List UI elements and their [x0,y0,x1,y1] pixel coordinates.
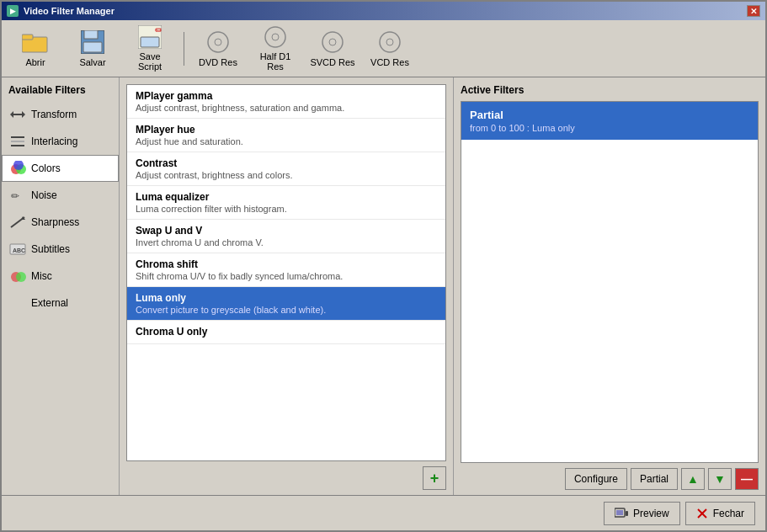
svcd-res-button[interactable]: SVCD Res [306,25,360,72]
active-item-partial[interactable]: Partial from 0 to 100 : Luma only [461,102,758,140]
main-content: Available Filters Transform [2,77,765,495]
save-script-icon: ✏ [136,25,163,49]
filter-name-swap-u-v: Swap U and V [136,225,437,237]
arrow-up-icon: ▲ [687,472,699,486]
configure-button[interactable]: Configure [565,468,627,490]
filter-item-luma-equalizer[interactable]: Luma equalizer Luma correction filter wi… [127,186,445,220]
svcd-res-label: SVCD Res [310,57,354,67]
filter-item-chroma-shift[interactable]: Chroma shift Shift chroma U/V to fix bad… [127,253,445,287]
right-bottom: Configure Partial ▲ ▼ — [454,463,765,495]
move-down-button[interactable]: ▼ [708,468,732,490]
title-bar-left: ▶ Video Filter Manager [7,5,115,17]
misc-label: Misc [31,270,52,282]
transform-icon [9,108,26,121]
filter-item-luma-only[interactable]: Luma only Convert picture to greyscale (… [127,287,445,321]
dvd-res-button[interactable]: DVD Res [191,25,245,72]
sidebar-item-subtitles[interactable]: ABC Subtitles [2,236,119,263]
vcd-res-button[interactable]: VCD Res [363,25,417,72]
center-bottom: + [120,461,453,495]
svg-point-8 [208,32,228,52]
filter-item-mplayer-hue[interactable]: MPlayer hue Adjust hue and saturation. [127,119,445,152]
noise-icon: ✏ [9,189,26,202]
sidebar-item-external[interactable]: External [2,290,119,317]
filter-name-mplayer-gamma: MPlayer gamma [136,90,437,102]
move-up-button[interactable]: ▲ [681,468,705,490]
active-filters-header: Active Filters [454,77,765,101]
svg-marker-17 [22,111,25,118]
svg-rect-6 [141,37,159,47]
save-script-label: Save Script [127,51,173,72]
sidebar-item-noise[interactable]: ✏ Noise [2,182,119,209]
half-d1-res-button[interactable]: Half D1 Res [248,25,302,72]
dvd-res-label: DVD Res [199,57,237,67]
svg-rect-34 [626,511,628,516]
fechar-icon [696,508,708,519]
svg-point-11 [272,34,279,40]
misc-icon [9,269,26,283]
filter-desc-swap-u-v: Invert chroma U and chroma V. [136,237,437,247]
preview-button[interactable]: Preview [604,502,680,525]
remove-filter-button[interactable]: — [735,468,759,490]
window-close-button[interactable]: ✕ [747,5,760,17]
filter-name-luma-only: Luma only [136,292,437,304]
filter-desc-luma-equalizer: Luma correction filter with histogram. [136,204,437,214]
external-icon [9,296,26,310]
bottom-bar: Preview Fechar [2,495,765,530]
vcd-res-label: VCD Res [370,57,409,67]
add-filter-button[interactable]: + [423,466,446,490]
subtitles-icon: ABC [9,242,26,256]
sidebar-item-interlacing[interactable]: Interlacing [2,128,119,155]
svg-rect-3 [84,30,98,39]
salvar-button[interactable]: Salvar [66,25,120,72]
colors-label: Colors [31,162,61,174]
svg-rect-1 [22,35,33,40]
filter-list[interactable]: MPlayer gamma Adjust contrast, brightnes… [126,84,446,461]
filter-name-luma-equalizer: Luma equalizer [136,191,437,203]
filter-item-contrast[interactable]: Contrast Adjust contrast, brightness and… [127,152,445,186]
svg-point-9 [215,39,221,45]
sidebar-item-transform[interactable]: Transform [2,101,119,128]
svg-rect-4 [83,42,102,52]
filter-item-mplayer-gamma[interactable]: MPlayer gamma Adjust contrast, brightnes… [127,85,445,119]
svg-point-12 [322,32,343,52]
half-d1-res-label: Half D1 Res [253,51,298,72]
noise-label: Noise [31,189,57,201]
interlacing-label: Interlacing [31,136,77,147]
vcd-res-icon [376,29,403,55]
sidebar-item-sharpness[interactable]: Sharpness [2,209,119,236]
available-filters-header: Available Filters [2,77,119,101]
filter-name-mplayer-hue: MPlayer hue [136,124,437,136]
svg-point-14 [380,32,400,52]
subtitles-label: Subtitles [31,243,70,255]
remove-icon: — [741,472,753,486]
svg-point-15 [386,39,393,45]
right-panel: Active Filters Partial from 0 to 100 : L… [454,77,765,495]
filter-item-swap-u-v[interactable]: Swap U and V Invert chroma U and chroma … [127,220,445,253]
svg-marker-18 [10,111,13,118]
preview-icon [615,508,628,519]
interlacing-icon [9,135,26,148]
save-script-button[interactable]: ✏ Save Script [123,25,177,72]
sidebar-item-misc[interactable]: Misc [2,263,119,290]
abrir-button[interactable]: Abrir [8,25,62,72]
center-panel: MPlayer gamma Adjust contrast, brightnes… [120,77,454,495]
filter-item-chroma-u-only[interactable]: Chroma U only [127,321,445,344]
main-window: ▶ Video Filter Manager ✕ Abrir [0,0,767,532]
dvd-res-icon [205,29,232,55]
sharpness-label: Sharpness [31,216,79,228]
sidebar-item-colors[interactable]: Colors [2,155,119,182]
fechar-button[interactable]: Fechar [685,502,755,525]
svg-rect-33 [616,510,623,515]
transform-label: Transform [31,109,77,120]
filter-desc-mplayer-hue: Adjust hue and saturation. [136,136,437,146]
abrir-label: Abrir [25,57,45,67]
arrow-down-icon: ▼ [714,472,726,486]
title-bar: ▶ Video Filter Manager ✕ [2,2,765,20]
toolbar: Abrir Salvar ✏ Save Script [2,20,765,77]
svg-point-13 [329,39,336,45]
active-filter-list[interactable]: Partial from 0 to 100 : Luma only [461,101,759,463]
partial-button[interactable]: Partial [631,468,678,490]
filter-desc-mplayer-gamma: Adjust contrast, brightness, saturation … [136,103,437,113]
folder-icon [22,29,49,55]
external-label: External [31,297,68,309]
